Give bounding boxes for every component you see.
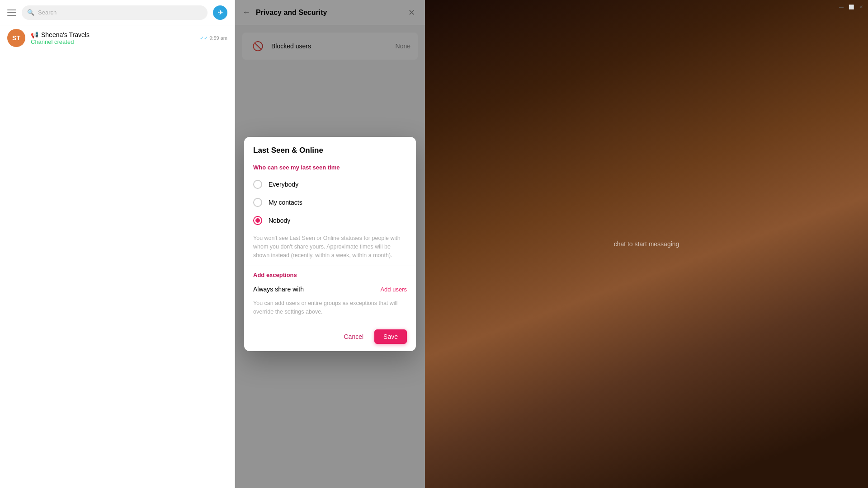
chat-info-sheenas-travels: 📢 Sheena's Travels Channel created [31, 31, 194, 45]
add-exceptions-header: Add exceptions [253, 272, 407, 278]
privacy-panel: ← Privacy and Security ✕ 🚫 Blocked users… [235, 0, 425, 488]
dialog-title: Last Seen & Online [244, 137, 416, 162]
exceptions-section: Add exceptions Always share with Add use… [244, 266, 416, 322]
dialog-footer: Cancel Save [244, 322, 416, 351]
exceptions-info-text: You can add users or entire groups as ex… [253, 299, 407, 316]
hamburger-line-2 [7, 12, 16, 13]
radio-circle-everybody [253, 180, 262, 189]
search-placeholder: Search [38, 9, 57, 16]
search-bar[interactable]: 🔍 Search [22, 5, 208, 20]
hamburger-line-1 [7, 9, 16, 10]
hamburger-menu[interactable] [7, 8, 16, 17]
radio-circle-my-contacts [253, 198, 262, 207]
last-seen-dialog: Last Seen & Online Who can see my last s… [244, 137, 416, 351]
chat-item-sheenas-travels[interactable]: ST 📢 Sheena's Travels Channel created ✓✓… [0, 25, 235, 51]
radio-label-nobody: Nobody [269, 217, 290, 224]
app-layout: 🔍 Search ✈ ST 📢 Sheena's Travels [0, 0, 425, 488]
always-share-label: Always share with [253, 286, 304, 293]
add-users-button[interactable]: Add users [380, 286, 407, 293]
chat-preview-sheenas-travels: Channel created [31, 38, 194, 45]
hamburger-line-3 [7, 15, 16, 16]
radio-option-everybody[interactable]: Everybody [253, 175, 407, 193]
chat-name-sheenas-travels: 📢 Sheena's Travels [31, 31, 194, 38]
close-button[interactable]: ✕ [858, 4, 864, 10]
chat-list: ST 📢 Sheena's Travels Channel created ✓✓… [0, 25, 235, 51]
sidebar-header: 🔍 Search ✈ [0, 0, 235, 25]
channel-icon: 📢 [31, 31, 38, 38]
minimize-button[interactable]: — [838, 4, 844, 10]
telegram-window: 🔍 Search ✈ ST 📢 Sheena's Travels [0, 0, 425, 488]
radio-option-my-contacts[interactable]: My contacts [253, 193, 407, 211]
chat-meta-sheenas-travels: ✓✓ 9:59 am [200, 35, 227, 41]
cancel-button[interactable]: Cancel [336, 329, 371, 344]
avatar-sheenas-travels: ST [7, 29, 25, 47]
nobody-info-text: You won't see Last Seen or Online status… [244, 230, 416, 266]
save-button[interactable]: Save [374, 329, 407, 344]
who-can-see-section-header: Who can see my last seen time [244, 162, 416, 175]
window-controls: — ⬜ ✕ [838, 4, 864, 10]
select-chat-panel: chat to start messaging [425, 0, 868, 488]
radio-inner-nobody [255, 218, 260, 223]
always-share-row: Always share with Add users [253, 284, 407, 295]
maximize-button[interactable]: ⬜ [848, 4, 854, 10]
select-chat-text: chat to start messaging [614, 240, 679, 248]
radio-option-nobody[interactable]: Nobody [253, 211, 407, 230]
check-icon: ✓✓ [200, 35, 209, 41]
radio-label-everybody: Everybody [269, 181, 298, 188]
search-icon: 🔍 [27, 9, 34, 16]
radio-circle-nobody [253, 216, 262, 225]
radio-label-my-contacts: My contacts [269, 199, 302, 206]
sidebar: 🔍 Search ✈ ST 📢 Sheena's Travels [0, 0, 235, 488]
telegram-logo: ✈ [213, 5, 227, 20]
radio-group: Everybody My contacts Nobody [244, 175, 416, 230]
dialog-backdrop: Last Seen & Online Who can see my last s… [235, 0, 425, 488]
